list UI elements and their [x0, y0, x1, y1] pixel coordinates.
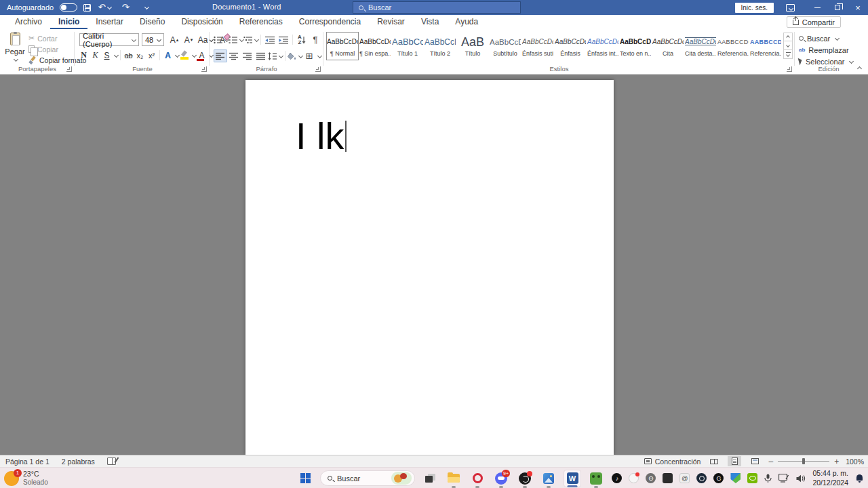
search-box[interactable]: Buscar	[353, 1, 521, 14]
tray-swirl-icon[interactable]: ʘ	[646, 473, 656, 483]
start-button[interactable]	[296, 470, 314, 487]
style-normal[interactable]: AaBbCcDc¶ Normal	[326, 32, 359, 60]
tab-insertar[interactable]: Insertar	[87, 15, 132, 29]
pen-display-icon[interactable]	[778, 474, 789, 483]
borders-dropdown-icon[interactable]	[317, 54, 322, 58]
nvidia-icon[interactable]	[747, 473, 757, 483]
find-button[interactable]: Buscar	[799, 33, 839, 43]
underline-button[interactable]: S	[101, 49, 113, 62]
align-left-button[interactable]	[214, 49, 227, 62]
zoom-out-button[interactable]: –	[768, 458, 773, 466]
tab-disposicion[interactable]: Disposición	[173, 15, 231, 29]
weather-widget[interactable]: 1 23°C Soleado	[4, 470, 48, 487]
align-center-button[interactable]	[227, 49, 241, 62]
bullets-button[interactable]	[214, 33, 229, 46]
underline-dropdown-icon[interactable]	[114, 53, 119, 58]
style-texto-en-negrita[interactable]: AaBbCcDcTexto en n...	[619, 32, 652, 60]
tab-diseno[interactable]: Diseño	[132, 15, 173, 29]
undo-dropdown-icon[interactable]	[107, 5, 112, 9]
align-right-button[interactable]	[241, 49, 254, 62]
word-taskbar-button[interactable]: W	[564, 470, 581, 487]
highlight-button[interactable]	[179, 49, 191, 62]
steam-icon[interactable]	[696, 473, 707, 483]
print-layout-button[interactable]	[728, 456, 741, 466]
style-titulo[interactable]: AaBTítulo	[456, 32, 489, 60]
shading-button[interactable]	[288, 49, 302, 62]
tab-vista[interactable]: Vista	[413, 15, 447, 29]
notifications-bell-icon[interactable]	[855, 474, 864, 483]
style-subtitulo[interactable]: AaBbCcDSubtítulo	[489, 32, 521, 60]
redo-button[interactable]: ↷	[118, 0, 133, 15]
style-sin-espaciado[interactable]: AaBbCcDc¶ Sin espa...	[359, 32, 391, 60]
discord-button[interactable]: 9+	[492, 470, 510, 487]
customize-quick-access-icon[interactable]	[139, 0, 154, 15]
styles-dialog-launcher-icon[interactable]	[787, 66, 792, 72]
line-spacing-button[interactable]	[268, 49, 283, 62]
italic-button[interactable]: K	[90, 49, 101, 62]
font-color-button[interactable]: A	[196, 49, 208, 62]
style-titulo-1[interactable]: AaBbCcTítulo 1	[391, 32, 424, 60]
tray-music-icon[interactable]: ♪	[612, 473, 622, 483]
style-referencia-intensa[interactable]: AABBCCDCReferencia...	[749, 32, 782, 60]
zoom-in-button[interactable]: +	[834, 458, 839, 466]
styles-more-icon[interactable]	[783, 50, 793, 59]
superscript-button[interactable]: x²	[146, 49, 157, 62]
geforce-icon[interactable]: G	[713, 473, 724, 483]
read-mode-button[interactable]	[707, 456, 721, 466]
shrink-font-button[interactable]: A▾	[182, 33, 195, 46]
zoom-slider[interactable]	[778, 461, 829, 462]
zoom-level[interactable]: 100%	[846, 458, 864, 466]
tab-referencias[interactable]: Referencias	[231, 15, 291, 29]
tray-at-icon[interactable]: @	[679, 473, 690, 483]
sort-button[interactable]: AZ	[295, 33, 309, 46]
web-layout-button[interactable]	[748, 456, 762, 466]
show-marks-button[interactable]: ¶	[309, 33, 322, 46]
styles-scroll-up-icon[interactable]	[783, 33, 793, 41]
opera-button[interactable]	[469, 470, 486, 487]
style-enfasis-sutil[interactable]: AaBbCcDcÉnfasis sutil	[521, 32, 554, 60]
subscript-button[interactable]: x₂	[134, 49, 146, 62]
page-indicator[interactable]: Página 1 de 1	[5, 458, 50, 466]
clipboard-dialog-launcher-icon[interactable]	[66, 66, 72, 72]
word-count[interactable]: 2 palabras	[62, 458, 95, 466]
paste-dropdown-icon[interactable]	[14, 57, 18, 62]
paragraph-dialog-launcher-icon[interactable]	[315, 66, 321, 72]
photos-button[interactable]	[540, 470, 557, 487]
tab-ayuda[interactable]: Ayuda	[447, 15, 486, 29]
justify-button[interactable]	[254, 49, 268, 62]
proofing-icon[interactable]	[107, 458, 116, 465]
dark-app-button[interactable]	[516, 470, 534, 487]
decrease-indent-button[interactable]	[263, 33, 277, 46]
share-button[interactable]: Compartir	[787, 16, 841, 28]
minimize-button[interactable]	[807, 0, 827, 15]
tab-archivo[interactable]: Archivo	[7, 15, 50, 29]
bold-button[interactable]: N	[78, 49, 90, 62]
font-size-combo[interactable]: 48	[142, 33, 164, 46]
paste-button[interactable]: Pegar	[4, 33, 26, 69]
font-dialog-launcher-icon[interactable]	[201, 66, 207, 72]
strikethrough-button[interactable]: ab	[123, 49, 134, 62]
file-explorer-button[interactable]	[445, 470, 462, 487]
clock[interactable]: 05:44 p. m. 20/12/2024	[812, 469, 848, 487]
tab-correspondencia[interactable]: Correspondencia	[291, 15, 369, 29]
tray-app-square-icon[interactable]	[663, 473, 673, 483]
grow-font-button[interactable]: A▴	[167, 33, 181, 46]
zoom-slider-thumb[interactable]	[802, 458, 805, 464]
text-effects-button[interactable]: A	[162, 49, 174, 62]
increase-indent-button[interactable]	[277, 33, 290, 46]
tab-revisar[interactable]: Revisar	[369, 15, 413, 29]
borders-button[interactable]: ⊞	[302, 49, 316, 62]
close-button[interactable]: ×	[848, 0, 868, 15]
style-titulo-2[interactable]: AaBbCcDTítulo 2	[424, 32, 456, 60]
microphone-icon[interactable]	[764, 474, 772, 483]
save-icon[interactable]	[83, 4, 91, 12]
styles-scroll-down-icon[interactable]	[783, 41, 793, 50]
autosave-toggle[interactable]	[60, 3, 77, 12]
game-app-button[interactable]	[587, 470, 605, 487]
replace-button[interactable]: ab Reemplazar	[799, 45, 849, 55]
style-enfasis[interactable]: AaBbCcDcÉnfasis	[554, 32, 587, 60]
style-referencia-sutil[interactable]: AABBCCDCReferencia...	[717, 32, 749, 60]
sign-in-button[interactable]: Inic. ses.	[735, 3, 774, 13]
ribbon-display-options-icon[interactable]	[786, 4, 795, 12]
document-text[interactable]: I lk	[296, 115, 347, 157]
